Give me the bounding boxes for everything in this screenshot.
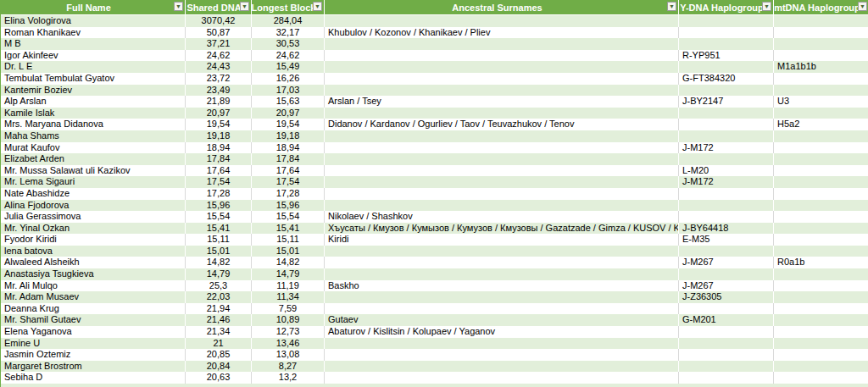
cell-mtdna-haplogroup[interactable]: H5a2 <box>774 119 868 130</box>
cell-shared-dna[interactable]: 20,84 <box>186 361 252 373</box>
cell-mtdna-haplogroup[interactable] <box>774 73 868 85</box>
cell-full-name[interactable]: Mr. Lema Sigauri <box>1 176 186 188</box>
column-header-ancestral-surnames[interactable]: Ancestral Surnames ▼ <box>325 0 679 14</box>
cell-longest-block[interactable]: 14,82 <box>252 257 325 268</box>
cell-ancestral-surnames[interactable] <box>325 188 679 200</box>
cell-longest-block[interactable]: 8,27 <box>252 361 325 373</box>
cell-longest-block[interactable]: 18,94 <box>252 142 325 154</box>
cell-mtdna-haplogroup[interactable] <box>774 291 868 303</box>
cell-full-name[interactable]: Tembulat Tembulat Gyatov <box>1 73 186 85</box>
cell-mtdna-haplogroup[interactable] <box>774 268 868 280</box>
cell-shared-dna[interactable]: 3070,42 <box>186 15 252 27</box>
cell-longest-block[interactable]: 20,97 <box>252 108 325 119</box>
cell-ancestral-surnames[interactable]: Arslan / Tsey <box>325 96 679 108</box>
cell-full-name[interactable]: M B <box>1 38 186 50</box>
cell-shared-dna[interactable]: 17,84 <box>186 153 252 165</box>
cell-longest-block[interactable]: 13,46 <box>252 338 325 350</box>
cell-shared-dna[interactable]: 15,11 <box>186 234 252 246</box>
cell-full-name[interactable]: Maha Shams <box>1 130 186 142</box>
cell-longest-block[interactable]: 14,79 <box>252 268 325 280</box>
cell-ancestral-surnames[interactable] <box>325 372 679 384</box>
cell-y-dna-haplogroup[interactable] <box>679 108 774 119</box>
cell-full-name[interactable]: Julia Gerassimova <box>1 211 186 223</box>
cell-shared-dna[interactable]: 21 <box>186 338 252 350</box>
cell-full-name[interactable]: Mr. Mussa Salawat uli Kazikov <box>1 165 186 177</box>
cell-mtdna-haplogroup[interactable] <box>774 326 868 338</box>
cell-full-name[interactable]: Mr. Yinal Ozkan <box>1 223 186 235</box>
cell-longest-block[interactable]: 17,64 <box>252 165 325 177</box>
cell-shared-dna[interactable]: 17,64 <box>186 165 252 177</box>
cell-mtdna-haplogroup[interactable] <box>774 372 868 384</box>
cell-y-dna-haplogroup[interactable] <box>679 372 774 384</box>
cell-longest-block[interactable]: 15,11 <box>252 234 325 246</box>
cell-shared-dna[interactable]: 15,41 <box>186 223 252 235</box>
cell-y-dna-haplogroup[interactable] <box>679 27 774 39</box>
cell-shared-dna[interactable]: 15,54 <box>186 211 252 223</box>
filter-dropdown-icon[interactable]: ▼ <box>240 2 249 11</box>
cell-shared-dna[interactable]: 24,43 <box>186 61 252 73</box>
cell-mtdna-haplogroup[interactable] <box>774 303 868 315</box>
cell-ancestral-surnames[interactable]: Gutaev <box>325 314 679 326</box>
cell-longest-block[interactable]: 11,19 <box>252 280 325 292</box>
cell-full-name[interactable]: Alina Fjodorova <box>1 200 186 212</box>
cell-shared-dna[interactable]: 18,94 <box>186 142 252 154</box>
cell-ancestral-surnames[interactable] <box>325 38 679 50</box>
cell-y-dna-haplogroup[interactable] <box>679 338 774 350</box>
cell-ancestral-surnames[interactable]: Nikolaev / Shashkov <box>325 211 679 223</box>
cell-full-name[interactable]: Fyodor Kiridi <box>1 234 186 246</box>
cell-full-name[interactable]: Kantemir Boziev <box>1 85 186 97</box>
cell-y-dna-haplogroup[interactable] <box>679 15 774 27</box>
cell-ancestral-surnames[interactable] <box>325 130 679 142</box>
cell-y-dna-haplogroup[interactable] <box>679 303 774 315</box>
filter-dropdown-icon[interactable]: ▼ <box>313 2 322 11</box>
cell-longest-block[interactable]: 19,54 <box>252 119 325 130</box>
cell-mtdna-haplogroup[interactable]: R0a1b <box>774 257 868 268</box>
cell-mtdna-haplogroup[interactable] <box>774 15 868 27</box>
cell-longest-block[interactable]: 12,73 <box>252 326 325 338</box>
cell-ancestral-surnames[interactable] <box>325 61 679 73</box>
cell-longest-block[interactable]: 15,96 <box>252 200 325 212</box>
cell-full-name[interactable]: Murat Kaufov <box>1 142 186 154</box>
cell-shared-dna[interactable]: 20,97 <box>186 108 252 119</box>
cell-shared-dna[interactable]: 15,01 <box>186 246 252 257</box>
cell-longest-block[interactable]: 17,84 <box>252 153 325 165</box>
cell-shared-dna[interactable]: 21,94 <box>186 303 252 315</box>
cell-ancestral-surnames[interactable]: Kiridi <box>325 234 679 246</box>
cell-longest-block[interactable]: 17,54 <box>252 176 325 188</box>
cell-longest-block[interactable]: 32,17 <box>252 27 325 39</box>
cell-shared-dna[interactable]: 23,49 <box>186 85 252 97</box>
cell-longest-block[interactable]: 15,54 <box>252 211 325 223</box>
cell-mtdna-haplogroup[interactable]: M1a1b1b <box>774 61 868 73</box>
cell-ancestral-surnames[interactable] <box>325 257 679 268</box>
cell-longest-block[interactable]: 10,89 <box>252 314 325 326</box>
cell-shared-dna[interactable]: 19,18 <box>186 130 252 142</box>
cell-shared-dna[interactable]: 22,03 <box>186 291 252 303</box>
cell-mtdna-haplogroup[interactable] <box>774 280 868 292</box>
cell-mtdna-haplogroup[interactable] <box>774 85 868 97</box>
cell-shared-dna[interactable]: 21,89 <box>186 96 252 108</box>
cell-ancestral-surnames[interactable] <box>325 349 679 361</box>
cell-shared-dna[interactable]: 24,62 <box>186 50 252 62</box>
cell-ancestral-surnames[interactable] <box>325 85 679 97</box>
cell-mtdna-haplogroup[interactable] <box>774 211 868 223</box>
cell-ancestral-surnames[interactable] <box>325 153 679 165</box>
cell-full-name[interactable]: Elena Yaganova <box>1 326 186 338</box>
cell-mtdna-haplogroup[interactable] <box>774 142 868 154</box>
cell-y-dna-haplogroup[interactable]: J-Z36305 <box>679 291 774 303</box>
cell-full-name[interactable]: Roman Khanikaev <box>1 27 186 39</box>
cell-full-name[interactable]: Sebiha D <box>1 372 186 384</box>
cell-full-name[interactable]: lena batova <box>1 246 186 257</box>
cell-y-dna-haplogroup[interactable]: G-FT384320 <box>679 73 774 85</box>
cell-shared-dna[interactable]: 50,87 <box>186 27 252 39</box>
cell-ancestral-surnames[interactable] <box>325 142 679 154</box>
cell-shared-dna[interactable]: 23,72 <box>186 73 252 85</box>
cell-shared-dna[interactable]: 20,85 <box>186 349 252 361</box>
cell-y-dna-haplogroup[interactable] <box>679 361 774 373</box>
cell-longest-block[interactable]: 13,08 <box>252 349 325 361</box>
cell-y-dna-haplogroup[interactable]: J-BY64418 <box>679 223 774 235</box>
cell-mtdna-haplogroup[interactable] <box>774 188 868 200</box>
cell-y-dna-haplogroup[interactable] <box>679 211 774 223</box>
cell-mtdna-haplogroup[interactable] <box>774 338 868 350</box>
cell-mtdna-haplogroup[interactable] <box>774 349 868 361</box>
cell-ancestral-surnames[interactable] <box>325 50 679 62</box>
